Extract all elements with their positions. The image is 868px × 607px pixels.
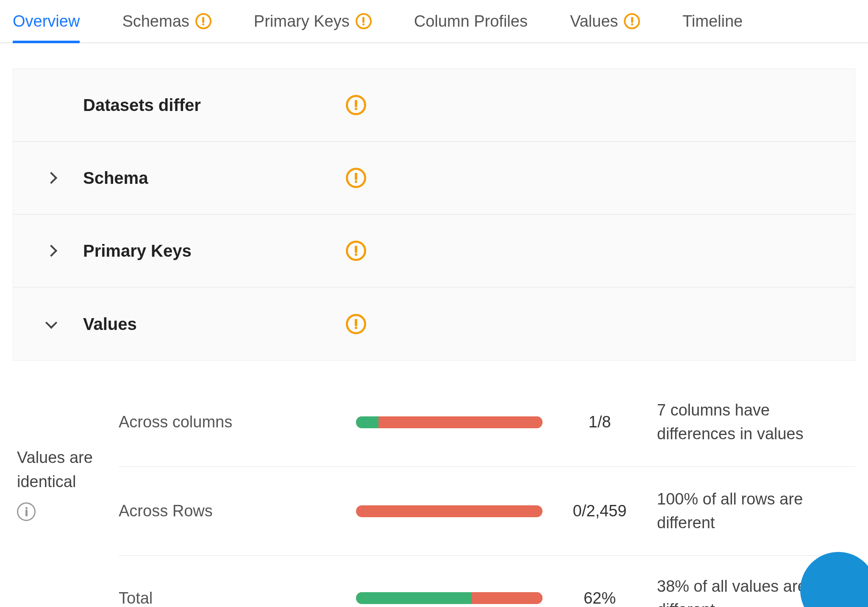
- metric-label: Total: [119, 589, 356, 607]
- summary-row-values[interactable]: Values: [13, 288, 855, 360]
- metric-bar-green: [356, 416, 378, 428]
- tab-schemas[interactable]: Schemas: [122, 0, 211, 42]
- metric-bar-wrap: [356, 592, 547, 604]
- metric-bar: [356, 505, 542, 517]
- metric-label: Across Rows: [119, 502, 356, 520]
- chevron-cell: [47, 321, 79, 327]
- warning-icon: [356, 13, 372, 29]
- summary-label: Schema: [83, 169, 346, 188]
- metric-value: 0/2,459: [547, 502, 653, 520]
- warning-icon: [346, 241, 366, 261]
- tab-label: Overview: [13, 12, 80, 30]
- warning-icon: [346, 95, 366, 115]
- summary-label: Datasets differ: [83, 96, 346, 115]
- tab-primary-keys[interactable]: Primary Keys: [254, 0, 372, 42]
- metric-value: 62%: [547, 589, 653, 607]
- metric-bar-wrap: [356, 416, 547, 428]
- tab-bar: Overview Schemas Primary Keys Column Pro…: [0, 0, 868, 43]
- metric-bar-red: [378, 416, 542, 428]
- tab-label: Schemas: [122, 12, 189, 30]
- chevron-cell: [47, 174, 79, 182]
- summary-label: Values: [83, 315, 346, 334]
- values-side-column: Values are identical: [17, 378, 119, 607]
- info-icon[interactable]: [17, 502, 36, 521]
- metric-bar-red: [356, 505, 542, 517]
- metric-desc: 100% of all rows are different: [653, 488, 855, 534]
- summary-row-primary-keys[interactable]: Primary Keys: [13, 215, 855, 288]
- metric-row-across-rows: Across Rows 0/2,459 100% of all rows are…: [119, 467, 855, 556]
- tab-overview[interactable]: Overview: [13, 0, 80, 42]
- values-side-label: Values are identical: [17, 446, 110, 494]
- metric-row-total: Total 62% 38% of all values are differen…: [119, 556, 855, 607]
- chevron-right-icon: [45, 172, 57, 184]
- metric-bar-wrap: [356, 505, 547, 517]
- metric-bar: [356, 592, 542, 604]
- values-metrics: Across columns 1/8 7 columns have differ…: [119, 378, 855, 607]
- metric-label: Across columns: [119, 413, 356, 431]
- tab-column-profiles[interactable]: Column Profiles: [414, 0, 528, 42]
- metric-desc: 7 columns have differences in values: [653, 399, 855, 445]
- warning-icon: [346, 168, 366, 188]
- warning-icon: [624, 13, 640, 29]
- tab-values[interactable]: Values: [570, 0, 640, 42]
- tab-timeline[interactable]: Timeline: [682, 0, 743, 42]
- values-detail: Values are identical Across columns 1/8 …: [17, 378, 855, 607]
- metric-bar: [356, 416, 542, 428]
- summary-row-datasets-differ: Datasets differ: [13, 69, 855, 142]
- metric-bar-green: [356, 592, 472, 604]
- tab-label: Primary Keys: [254, 12, 350, 30]
- summary-label: Primary Keys: [83, 241, 346, 261]
- chevron-down-icon: [45, 317, 57, 329]
- metric-bar-red: [472, 592, 542, 604]
- metric-value: 1/8: [547, 413, 653, 431]
- tab-label: Column Profiles: [414, 12, 528, 30]
- warning-icon: [346, 314, 366, 334]
- summary-panel: Datasets differ Schema Primary Keys Valu…: [13, 69, 855, 361]
- summary-row-schema[interactable]: Schema: [13, 142, 855, 215]
- tab-label: Values: [570, 12, 618, 30]
- chevron-right-icon: [45, 245, 57, 257]
- warning-icon: [195, 13, 211, 29]
- tab-label: Timeline: [682, 12, 743, 30]
- chevron-cell: [47, 247, 79, 255]
- metric-row-across-columns: Across columns 1/8 7 columns have differ…: [119, 378, 855, 467]
